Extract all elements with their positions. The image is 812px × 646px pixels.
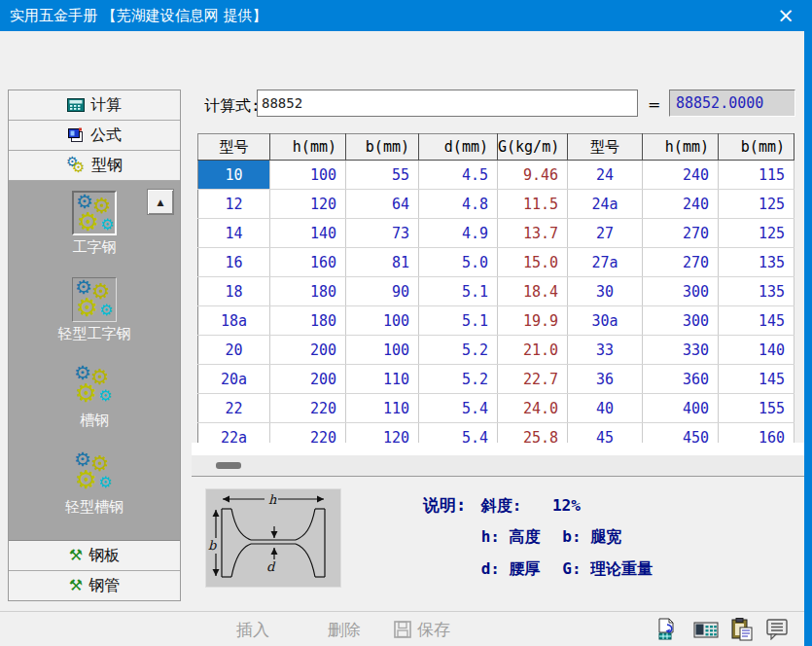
table-cell[interactable]: 22.7 bbox=[498, 365, 568, 394]
table-cell[interactable]: 40 bbox=[568, 394, 643, 423]
save-button[interactable]: 保存 bbox=[394, 612, 450, 646]
table-cell[interactable]: 180 bbox=[270, 277, 346, 306]
table-cell[interactable]: 155 bbox=[719, 394, 794, 423]
table-cell[interactable]: 5.1 bbox=[419, 306, 498, 336]
table-row: 10100554.59.4624240115 bbox=[198, 161, 794, 190]
table-cell[interactable]: 360 bbox=[643, 365, 719, 394]
table-cell[interactable]: 135 bbox=[719, 277, 794, 306]
table-cell[interactable]: 100 bbox=[346, 306, 419, 336]
steel-type-item[interactable]: ⚙⚙⚙⚙轻型工字钢 bbox=[58, 277, 131, 343]
gears-icon: ⚙⚙⚙⚙ bbox=[72, 191, 117, 235]
sidebar-item-steel-pipe[interactable]: ⚒ 钢管 bbox=[9, 571, 180, 600]
sidebar-item-label: 计算 bbox=[90, 95, 122, 116]
table-cell[interactable]: 11.5 bbox=[498, 190, 568, 219]
table-cell[interactable]: 20a bbox=[198, 365, 270, 394]
table-cell[interactable]: 100 bbox=[270, 161, 346, 190]
table-cell[interactable]: 14 bbox=[198, 219, 270, 248]
close-button[interactable]: × bbox=[767, 0, 804, 31]
table-cell[interactable]: 20 bbox=[198, 336, 270, 365]
table-cell[interactable]: 110 bbox=[346, 394, 419, 423]
scroll-up-button[interactable]: ▲ bbox=[147, 189, 174, 215]
table-cell[interactable]: 300 bbox=[643, 277, 719, 306]
table-cell[interactable]: 33 bbox=[568, 336, 643, 365]
table-cell[interactable]: 270 bbox=[643, 219, 719, 248]
table-cell[interactable]: 180 bbox=[270, 306, 346, 336]
table-cell[interactable]: 240 bbox=[643, 190, 719, 219]
table-cell[interactable]: 220 bbox=[270, 394, 346, 423]
table-cell[interactable]: 18 bbox=[198, 277, 270, 306]
table-cell[interactable]: 21.0 bbox=[498, 336, 568, 365]
memo-icon[interactable] bbox=[765, 619, 789, 640]
expression-input[interactable] bbox=[257, 90, 638, 117]
table-cell[interactable]: 64 bbox=[346, 190, 419, 219]
table-cell[interactable]: 81 bbox=[346, 248, 419, 277]
table-cell[interactable]: 4.9 bbox=[419, 219, 498, 248]
table-cell[interactable]: 15.0 bbox=[498, 248, 568, 277]
table-cell[interactable]: 30 bbox=[568, 277, 643, 306]
steel-table: 型号h(mm)b(mm)d(mm)G(kg/m)型号h(mm)b(mm) 101… bbox=[197, 133, 794, 452]
table-cell[interactable]: 145 bbox=[719, 365, 794, 394]
table-cell[interactable]: 16 bbox=[198, 248, 270, 277]
table-cell[interactable]: 200 bbox=[270, 365, 346, 394]
table-cell[interactable]: 135 bbox=[719, 248, 794, 277]
table-cell[interactable]: 9.46 bbox=[498, 161, 568, 190]
table-cell[interactable]: 115 bbox=[719, 161, 794, 190]
horizontal-scrollbar[interactable] bbox=[192, 455, 804, 476]
steel-type-item[interactable]: ⚙⚙⚙⚙工字钢 bbox=[72, 191, 117, 257]
table-cell[interactable]: 13.7 bbox=[498, 219, 568, 248]
table-cell[interactable]: 140 bbox=[270, 219, 346, 248]
sidebar-item-formula[interactable]: 公式 bbox=[9, 121, 180, 151]
insert-button[interactable]: 插入 bbox=[236, 612, 269, 646]
table-cell[interactable]: 145 bbox=[719, 306, 794, 336]
result-field[interactable]: 88852.0000 bbox=[669, 90, 795, 117]
table-cell[interactable]: 160 bbox=[270, 248, 346, 277]
column-header: G(kg/m) bbox=[498, 134, 568, 161]
steel-type-item[interactable]: ⚙⚙⚙⚙槽钢 bbox=[72, 364, 117, 430]
table-cell[interactable]: 36 bbox=[568, 365, 643, 394]
table-cell[interactable]: 55 bbox=[346, 161, 419, 190]
table-cell[interactable]: 5.0 bbox=[419, 248, 498, 277]
table-cell[interactable]: 18a bbox=[198, 306, 270, 336]
table-cell[interactable]: 125 bbox=[719, 219, 794, 248]
table-cell[interactable]: 300 bbox=[643, 306, 719, 336]
table-cell[interactable]: 27a bbox=[568, 248, 643, 277]
export-to-table-icon[interactable] bbox=[657, 618, 681, 641]
table-cell[interactable]: 120 bbox=[270, 190, 346, 219]
table-cell[interactable]: 140 bbox=[719, 336, 794, 365]
table-cell[interactable]: 19.9 bbox=[498, 306, 568, 336]
table-cell[interactable]: 4.5 bbox=[419, 161, 498, 190]
paste-icon[interactable] bbox=[731, 618, 753, 641]
table-cell[interactable]: 24.0 bbox=[498, 394, 568, 423]
calculator-tool-icon[interactable] bbox=[693, 620, 719, 639]
table-cell[interactable]: 125 bbox=[719, 190, 794, 219]
table-cell[interactable]: 22 bbox=[198, 394, 270, 423]
sidebar-item-steel-plate[interactable]: ⚒ 钢板 bbox=[9, 541, 180, 571]
sidebar-item-calculate[interactable]: 计算 bbox=[9, 90, 180, 121]
table-cell[interactable]: 18.4 bbox=[498, 277, 568, 306]
sidebar-item-section-steel[interactable]: ⚙⚙ 型钢 bbox=[9, 151, 180, 181]
gear-glyph: ⚙ bbox=[75, 467, 97, 492]
table-cell[interactable]: 27 bbox=[568, 219, 643, 248]
table-cell[interactable]: 5.4 bbox=[419, 394, 498, 423]
table-cell[interactable]: 5.2 bbox=[419, 365, 498, 394]
table-cell[interactable]: 110 bbox=[346, 365, 419, 394]
table-cell[interactable]: 24a bbox=[568, 190, 643, 219]
table-cell[interactable]: 5.1 bbox=[419, 277, 498, 306]
table-cell[interactable]: 330 bbox=[643, 336, 719, 365]
table-cell[interactable]: 100 bbox=[346, 336, 419, 365]
table-cell[interactable]: 5.2 bbox=[419, 336, 498, 365]
table-cell[interactable]: 400 bbox=[643, 394, 719, 423]
table-cell[interactable]: 270 bbox=[643, 248, 719, 277]
table-cell[interactable]: 30a bbox=[568, 306, 643, 336]
table-cell[interactable]: 90 bbox=[346, 277, 419, 306]
table-cell[interactable]: 12 bbox=[198, 190, 270, 219]
steel-type-item[interactable]: ⚙⚙⚙⚙轻型槽钢 bbox=[65, 450, 124, 517]
table-cell[interactable]: 24 bbox=[568, 161, 643, 190]
table-cell[interactable]: 73 bbox=[346, 219, 419, 248]
table-cell[interactable]: 10 bbox=[198, 161, 270, 190]
delete-button[interactable]: 删除 bbox=[328, 612, 361, 646]
table-cell[interactable]: 4.8 bbox=[419, 190, 498, 219]
table-cell[interactable]: 200 bbox=[270, 336, 346, 365]
table-cell[interactable]: 240 bbox=[643, 161, 719, 190]
scrollbar-thumb[interactable] bbox=[216, 462, 241, 469]
